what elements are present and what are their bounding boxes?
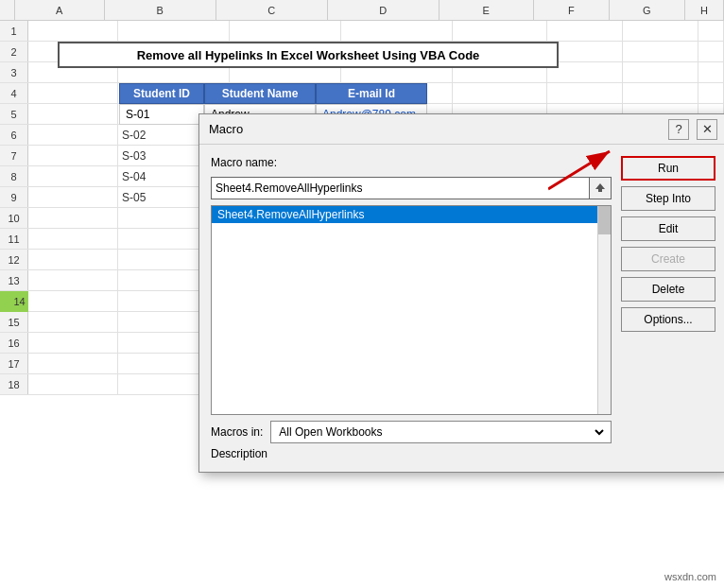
col-header-b: A — [15, 0, 105, 20]
col-header-d: C — [216, 0, 328, 20]
delete-button[interactable]: Delete — [621, 277, 715, 302]
dialog-controls: ? ✕ — [668, 119, 717, 140]
svg-rect-1 — [598, 189, 602, 192]
options-button[interactable]: Options... — [621, 307, 715, 332]
col-header-row: A B C D E F G H — [0, 0, 724, 21]
watermark: wsxdn.com — [664, 571, 716, 582]
col-header-i: H — [685, 0, 724, 20]
step-into-button[interactable]: Step Into — [621, 186, 715, 211]
col-header-f: E — [440, 0, 534, 20]
col-header-e: D — [328, 0, 440, 20]
dialog-titlebar: Macro ? ✕ — [199, 114, 724, 145]
th-email-id: E-mail Id — [316, 83, 427, 104]
col-header-g: F — [534, 0, 610, 20]
dialog-left: Macro name: Sheet4.RemoveAllHyperlinks — [211, 156, 612, 460]
macro-name-row — [211, 177, 612, 199]
upload-button[interactable] — [589, 177, 612, 199]
macro-list-item[interactable]: Sheet4.RemoveAllHyperlinks — [212, 206, 611, 223]
dialog-footer-left: Macros in: All Open Workbooks Descriptio… — [211, 421, 612, 460]
macros-in-label: Macros in: — [211, 425, 263, 439]
macro-dialog: Macro ? ✕ Macro name: Sheet4.RemoveAllHy… — [198, 113, 724, 473]
dialog-help-button[interactable]: ? — [668, 119, 689, 140]
title-banner: Remove all Hypelinks In Excel Worksheet … — [58, 42, 559, 68]
spreadsheet: A B C D E F G H 1 2 — [0, 0, 724, 588]
svg-marker-0 — [595, 183, 605, 189]
dialog-body: Macro name: Sheet4.RemoveAllHyperlinks — [199, 145, 724, 472]
title-text: Remove all Hypelinks In Excel Worksheet … — [137, 48, 480, 62]
cell-student-id-1: S-01 — [119, 104, 204, 125]
description-label: Description — [211, 447, 612, 460]
table-header: Student ID Student Name E-mail Id — [119, 83, 427, 104]
corner-header — [0, 0, 15, 20]
list-scrollbar[interactable] — [597, 206, 611, 414]
create-button[interactable]: Create — [621, 247, 715, 271]
macro-name-input[interactable] — [211, 177, 589, 199]
macros-in-select[interactable]: All Open Workbooks — [270, 421, 612, 443]
th-student-id: Student ID — [119, 83, 204, 104]
dialog-right: Run Step Into Edit Create Delete Options… — [621, 156, 715, 460]
run-button[interactable]: Run — [621, 156, 715, 181]
col-header-h: G — [610, 0, 685, 20]
dialog-title: Macro — [209, 122, 243, 136]
col-header-c: B — [105, 0, 216, 20]
dialog-close-button[interactable]: ✕ — [697, 119, 717, 140]
macros-in-dropdown[interactable]: All Open Workbooks — [275, 422, 607, 442]
macros-in-row: Macros in: All Open Workbooks — [211, 421, 612, 443]
grid-row-1: 1 — [0, 21, 724, 42]
macro-name-label: Macro name: — [211, 156, 612, 169]
th-student-name: Student Name — [204, 83, 316, 104]
edit-button[interactable]: Edit — [621, 216, 715, 241]
list-scrollbar-thumb — [598, 206, 611, 234]
macro-list[interactable]: Sheet4.RemoveAllHyperlinks — [211, 205, 612, 415]
